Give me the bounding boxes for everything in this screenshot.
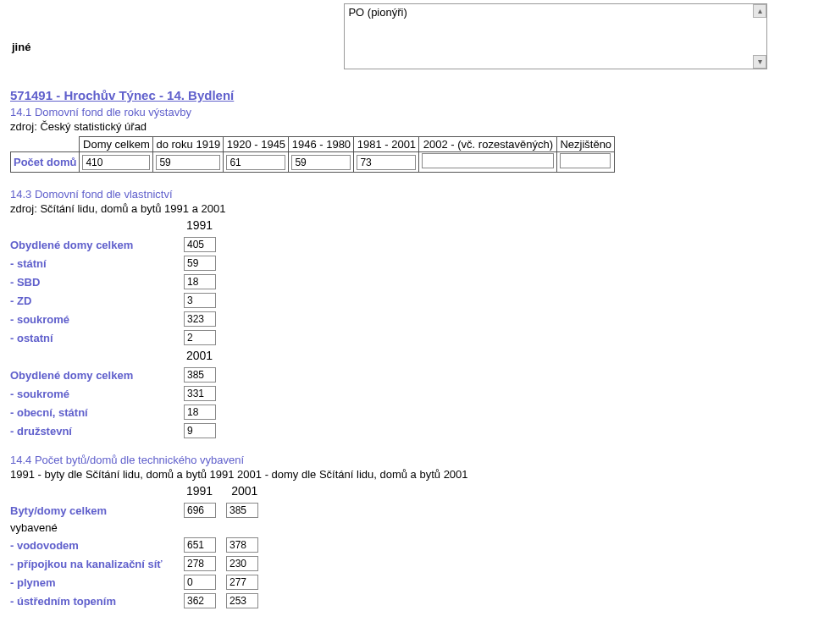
row-obecni-statni: - obecní, státní 18 [10, 405, 803, 420]
row-plynem: - plynem 0 277 [10, 575, 803, 590]
val-1920-1945[interactable]: 61 [226, 155, 285, 170]
val-kanal-1991[interactable]: 278 [184, 556, 216, 571]
year-2001-header: 2001 [186, 349, 213, 362]
label-sbd: - SBD [10, 276, 184, 289]
val-byty-2001[interactable]: 385 [226, 503, 258, 518]
year-1991-header: 1991 [186, 218, 213, 232]
row-ostatni: - ostatní 2 [10, 330, 803, 345]
label-vybavene: vybavené [10, 521, 184, 534]
label-soukrome-2001: - soukromé [10, 388, 184, 400]
label-plynem: - plynem [10, 576, 184, 589]
val-plyn-2001[interactable]: 277 [226, 575, 258, 590]
col-1981-2001: 1981 - 2001 [354, 137, 419, 152]
val-vodovod-1991[interactable]: 651 [184, 537, 216, 553]
col-domy-celkem: Domy celkem [80, 137, 153, 152]
val-druzstevni[interactable]: 9 [184, 423, 216, 438]
section-143-source: zdroj: Sčítání lidu, domů a bytů 1991 a … [10, 202, 803, 215]
val-soukrome-2001[interactable]: 331 [184, 386, 216, 401]
year-2001-header-144: 2001 [231, 484, 257, 498]
val-obydlene-2001[interactable]: 385 [184, 367, 216, 383]
po-textarea-content: PO (pionýři) [345, 4, 753, 20]
row-soukrome-2001: - soukromé 331 [10, 386, 803, 401]
label-soukrome-1991: - soukromé [10, 313, 184, 326]
val-obydlene-1991[interactable]: 405 [184, 237, 216, 252]
section-144-source: 1991 - byty dle Sčítání lidu, domů a byt… [10, 468, 803, 481]
val-1946-1980[interactable]: 59 [291, 155, 351, 170]
row-obydlene-2001: Obydlené domy celkem 385 [10, 367, 803, 383]
val-plyn-1991[interactable]: 0 [184, 575, 216, 590]
label-ustrednim-topenim: - ústředním topením [10, 595, 184, 608]
po-textarea[interactable]: PO (pionýři) ▴ ▾ [344, 3, 767, 69]
val-topeni-2001[interactable]: 253 [226, 593, 258, 608]
row-ustrednim-topenim: - ústředním topením 362 253 [10, 593, 803, 608]
label-kanalizace: - přípojkou na kanalizační síť [10, 558, 184, 570]
val-ostatni[interactable]: 2 [184, 330, 216, 345]
val-obecni-statni[interactable]: 18 [184, 405, 216, 420]
val-sbd[interactable]: 18 [184, 274, 216, 289]
row-druzstevni: - družstevní 9 [10, 423, 803, 438]
label-druzstevni: - družstevní [10, 425, 184, 438]
val-topeni-1991[interactable]: 362 [184, 593, 216, 608]
row-label-pocet-domu: Počet domů [11, 152, 80, 173]
row-vodovodem: - vodovodem 651 378 [10, 537, 803, 553]
label-obydlene-2001: Obydlené domy celkem [10, 369, 184, 382]
row-vybavene: vybavené [10, 521, 803, 534]
val-nezjisteno[interactable] [560, 153, 611, 168]
label-obydlene-1991: Obydlené domy celkem [10, 239, 184, 251]
col-1920-1945: 1920 - 1945 [224, 137, 289, 152]
table-header-row: Domy celkem do roku 1919 1920 - 1945 194… [11, 137, 615, 152]
section-144-title: 14.4 Počet bytů/domů dle technického vyb… [10, 454, 803, 466]
table-data-row: Počet domů 410 59 61 59 73 [11, 152, 615, 173]
label-statni: - státní [10, 257, 184, 270]
row-obydlene-1991: Obydlené domy celkem 405 [10, 237, 803, 252]
val-byty-1991[interactable]: 696 [184, 503, 216, 518]
section-141-source: zdroj: Český statistický úřad [10, 120, 803, 133]
scroll-up-icon[interactable]: ▴ [753, 4, 766, 18]
val-vodovod-2001[interactable]: 378 [226, 537, 258, 553]
col-2002: 2002 - (vč. rozestavěných) [419, 137, 557, 152]
row-byty-domy-celkem: Byty/domy celkem 696 385 [10, 503, 803, 518]
col-1946-1980: 1946 - 1980 [289, 137, 354, 152]
val-zd[interactable]: 3 [184, 293, 216, 308]
year-1991-header-144: 1991 [186, 484, 213, 498]
label-ostatni: - ostatní [10, 332, 184, 344]
row-zd: - ZD 3 [10, 293, 803, 308]
val-soukrome-1991[interactable]: 323 [184, 311, 216, 327]
label-zd: - ZD [10, 294, 184, 307]
label-vodovodem: - vodovodem [10, 539, 184, 552]
scroll-down-icon[interactable]: ▾ [753, 55, 766, 69]
val-statni[interactable]: 59 [184, 256, 216, 271]
label-obecni-statni: - obecní, státní [10, 406, 184, 419]
jine-label: jiné [12, 41, 30, 53]
val-do-1919[interactable]: 59 [156, 155, 220, 170]
label-byty-domy-celkem: Byty/domy celkem [10, 504, 184, 517]
val-1981-2001[interactable]: 73 [357, 155, 416, 170]
col-nezjisteno: Nezjištěno [557, 137, 615, 152]
section-143-title: 14.3 Domovní fond dle vlastnictví [10, 188, 803, 201]
val-kanal-2001[interactable]: 230 [226, 556, 258, 571]
col-do-1919: do roku 1919 [153, 137, 224, 152]
row-sbd: - SBD 18 [10, 274, 803, 289]
row-statni: - státní 59 [10, 256, 803, 271]
table-141: Domy celkem do roku 1919 1920 - 1945 194… [10, 136, 615, 173]
page-title: 571491 - Hrochův Týnec - 14. Bydlení [10, 88, 803, 102]
val-domy-celkem[interactable]: 410 [82, 155, 150, 170]
section-141-title: 14.1 Domovní fond dle roku výstavby [10, 106, 803, 118]
val-2002[interactable] [422, 153, 554, 168]
row-soukrome-1991: - soukromé 323 [10, 311, 803, 327]
row-kanalizace: - přípojkou na kanalizační síť 278 230 [10, 556, 803, 571]
